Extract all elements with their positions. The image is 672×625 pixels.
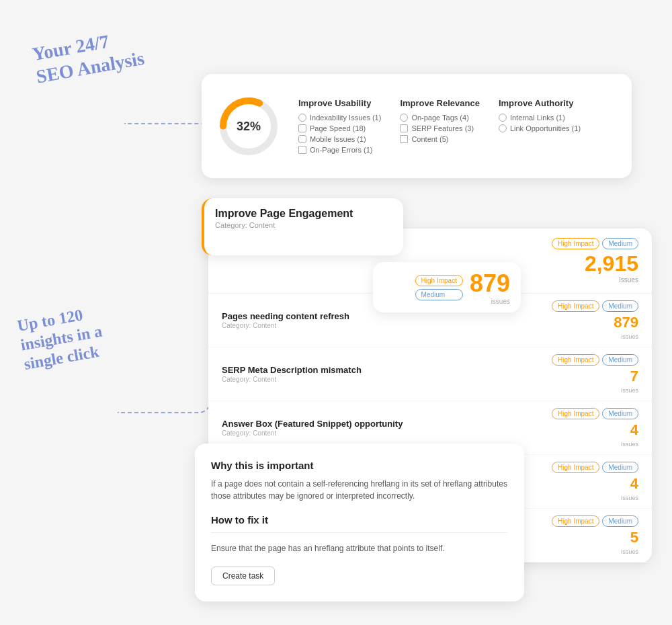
list-item-right: High ImpactMedium4Issues	[552, 462, 638, 501]
issue-label: Issues	[621, 548, 638, 555]
medium-badge: Medium	[602, 354, 638, 366]
authority-col: Improve Authority Internal Links (1) Lin…	[499, 98, 581, 154]
divider	[211, 532, 508, 533]
list-item-category: Category: Content	[222, 322, 545, 329]
usability-col: Improve Usability Indexability Issues (1…	[298, 98, 381, 154]
how-title: How to fix it	[211, 514, 508, 526]
issue-count: 4	[618, 421, 638, 439]
engagement-title: Improve Page Engagement	[215, 208, 392, 220]
why-title: Why this is important	[211, 460, 508, 471]
popup-medium: Medium	[415, 289, 463, 300]
list-item: SERP Meta Description mismatchCategory: …	[208, 347, 652, 401]
relevance-title: Improve Relevance	[400, 98, 480, 108]
high-impact-badge: High Impact	[552, 408, 599, 419]
item-badges: High ImpactMedium	[552, 408, 638, 419]
list-item-title: Answer Box (Featured Snippet) opportunit…	[222, 419, 545, 429]
list-item-right: High ImpactMedium4Issues	[552, 408, 638, 448]
item-badges: High ImpactMedium	[552, 462, 638, 473]
list-item-category: Category: Content	[222, 376, 545, 383]
issue-label: issues	[621, 333, 638, 340]
scene: Your 24/7 SEO Analysis Up to 120 insight…	[0, 0, 672, 625]
issue-count: 7	[618, 368, 638, 385]
donut-chart: 32%	[215, 93, 282, 160]
list-item-category: Category: Content	[222, 429, 545, 437]
popup-badges: High Impact Medium	[415, 275, 463, 300]
tags-icon	[400, 114, 408, 122]
onpage-icon	[298, 146, 306, 154]
medium-badge: Medium	[602, 408, 638, 419]
usability-title: Improve Usability	[298, 98, 381, 108]
popup-count-col: 879 issues	[470, 269, 510, 305]
mobile-icon	[298, 135, 306, 143]
create-task-button[interactable]: Create task	[211, 567, 275, 585]
medium-badge: Medium	[602, 462, 638, 473]
engagement-badges: High Impact Medium	[552, 238, 638, 249]
issue-count: 5	[618, 529, 638, 546]
relevance-item-3: Content (5)	[400, 135, 480, 143]
relevance-item-2: SERP Features (3)	[400, 124, 480, 132]
content-icon	[400, 135, 408, 143]
issue-label: Issues	[621, 441, 638, 448]
indexability-icon	[298, 114, 306, 122]
issue-label: Issues	[621, 495, 638, 501]
high-impact-badge: High Impact	[552, 354, 599, 366]
engagement-category: Category: Content	[215, 221, 392, 229]
high-impact-badge: High Impact	[552, 238, 599, 249]
list-item-right: High ImpactMedium879issues	[552, 300, 638, 340]
usability-item-1: Indexability Issues (1)	[298, 114, 381, 122]
handwritten-bottom: Up to 120 insights in a single click	[15, 302, 107, 374]
item-badges: High ImpactMedium	[552, 354, 638, 366]
pagespeed-icon	[298, 124, 306, 132]
link-opportunities-icon	[499, 124, 507, 132]
internal-links-icon	[499, 114, 507, 122]
usability-item-2: Page Speed (18)	[298, 124, 381, 132]
popup-card: High Impact Medium 879 issues	[373, 262, 521, 312]
engagement-card: Improve Page Engagement Category: Conten…	[202, 198, 403, 255]
list-item-info: Answer Box (Featured Snippet) opportunit…	[222, 419, 545, 437]
list-item-info: SERP Meta Description mismatchCategory: …	[222, 365, 545, 383]
serp-icon	[400, 124, 408, 132]
overview-card: 32% Improve Usability Indexability Issue…	[202, 74, 632, 178]
high-impact-badge: High Impact	[552, 462, 599, 473]
handwritten-top: Your 24/7 SEO Analysis	[30, 24, 146, 87]
list-item-title: SERP Meta Description mismatch	[222, 365, 545, 375]
how-text: Ensure that the page has an hreflang att…	[211, 542, 508, 554]
engagement-issues-count: 2,915	[585, 251, 638, 276]
list-item-right: High ImpactMedium7Issues	[552, 354, 638, 394]
list-item-info: Pages needing content refreshCategory: C…	[222, 311, 545, 329]
item-badges: High ImpactMedium	[552, 515, 638, 527]
item-badges: High ImpactMedium	[552, 300, 638, 312]
issue-count: 4	[618, 475, 638, 493]
issue-label: Issues	[621, 387, 638, 394]
high-impact-badge: High Impact	[552, 300, 599, 312]
overview-columns: Improve Usability Indexability Issues (1…	[298, 98, 618, 154]
dashed-arrow-bottom	[118, 373, 212, 413]
list-item-right: High ImpactMedium5Issues	[552, 515, 638, 555]
medium-badge: Medium	[602, 515, 638, 527]
medium-badge: Medium	[602, 238, 638, 249]
popup-number: 879	[470, 269, 510, 298]
donut-percent: 32%	[237, 119, 261, 133]
usability-item-3: Mobile Issues (1)	[298, 135, 381, 143]
relevance-col: Improve Relevance On-page Tags (4) SERP …	[400, 98, 480, 154]
relevance-item-1: On-page Tags (4)	[400, 114, 480, 122]
authority-item-2: Link Opportunities (1)	[499, 124, 581, 132]
usability-item-4: On-Page Errors (1)	[298, 146, 381, 154]
popup-high-impact: High Impact	[415, 275, 463, 286]
authority-item-1: Internal Links (1)	[499, 114, 581, 122]
high-impact-badge: High Impact	[552, 515, 599, 527]
why-text: If a page does not contain a self-refere…	[211, 478, 508, 502]
engagement-issues-label: Issues	[619, 276, 638, 284]
popup-label: issues	[491, 298, 510, 305]
detail-card: Why this is important If a page does not…	[195, 444, 524, 601]
list-item-title: Pages needing content refresh	[222, 311, 545, 321]
issue-count: 879	[614, 314, 638, 331]
medium-badge: Medium	[602, 300, 638, 312]
authority-title: Improve Authority	[499, 98, 581, 108]
